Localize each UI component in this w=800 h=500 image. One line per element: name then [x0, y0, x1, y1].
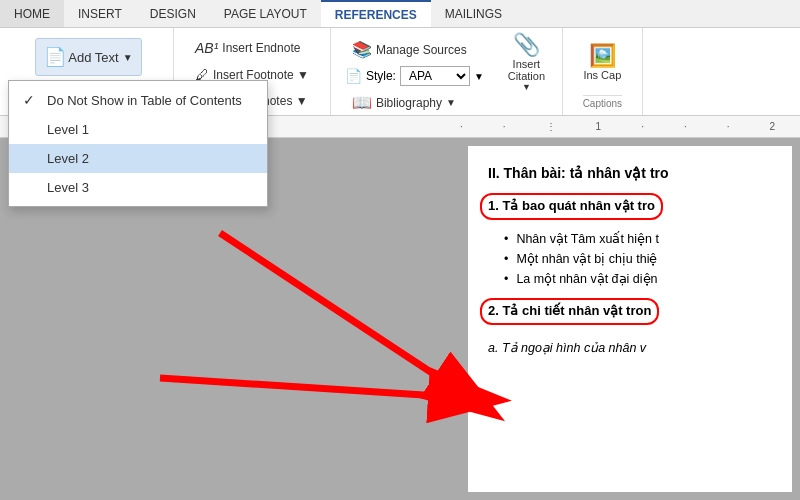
manage-sources-icon: 📚 [352, 40, 372, 59]
add-text-icon: 📄 [44, 46, 66, 68]
bibliography-icon: 📖 [352, 93, 372, 112]
doc-subheading1: 1. Tả bao quát nhân vật tro [488, 196, 655, 217]
captions-items: 🖼️ Ins Cap [572, 32, 632, 95]
citations-group: 📚 Manage Sources 📄 Style: APA MLA Chicag… [331, 28, 563, 115]
captions-group: 🖼️ Ins Cap Captions [563, 28, 643, 115]
doc-bullet3: La một nhân vật đại diện [504, 269, 772, 289]
ribbon-tabs: HOME INSERT DESIGN PAGE LAYOUT REFERENCE… [0, 0, 800, 28]
tab-design[interactable]: DESIGN [136, 0, 210, 27]
circle-decoration1 [480, 193, 663, 220]
level3-label: Level 3 [47, 180, 89, 195]
style-row: 📄 Style: APA MLA Chicago ▼ [345, 66, 484, 86]
tab-mailings[interactable]: MAILINGS [431, 0, 516, 27]
add-text-chevron: ▼ [123, 52, 133, 63]
dropdown-level1[interactable]: Level 1 [9, 115, 267, 144]
right-panel: II. Thân bài: tả nhân vật tro 1. Tả bao … [460, 138, 800, 500]
doc-bullet1: Nhân vật Tâm xuất hiện t [504, 229, 772, 249]
insert-caption-button[interactable]: 🖼️ Ins Cap [572, 32, 632, 92]
citation-chevron: ▼ [522, 82, 531, 92]
dropdown-level2[interactable]: Level 2 [9, 144, 267, 173]
tab-references[interactable]: REFERENCES [321, 0, 431, 27]
dropdown-do-not-show[interactable]: ✓ Do Not Show in Table of Contents [9, 85, 267, 115]
tab-home[interactable]: HOME [0, 0, 64, 27]
dropdown-level3[interactable]: Level 3 [9, 173, 267, 202]
captions-group-label: Captions [583, 95, 622, 111]
add-text-dropdown: ✓ Do Not Show in Table of Contents Level… [8, 80, 268, 207]
style-icon: 📄 [345, 68, 362, 84]
style-chevron: ▼ [474, 71, 484, 82]
toc-group: 📄 Add Text ▼ Table of Contents ✓ Do Not … [4, 28, 174, 115]
do-not-show-label: Do Not Show in Table of Contents [47, 93, 242, 108]
caption-icon: 🖼️ [589, 43, 616, 69]
bibliography-label: Bibliography [376, 96, 442, 110]
bibliography-button[interactable]: 📖 Bibliography ▼ [345, 89, 484, 116]
doc-heading: II. Thân bài: tả nhân vật tro [488, 162, 772, 184]
style-label: Style: [366, 69, 396, 83]
doc-subheading2: 2. Tả chi tiết nhân vật tron [488, 301, 651, 322]
doc-bullet2: Một nhân vật bị chịu thiệ [504, 249, 772, 269]
citations-col: 📚 Manage Sources 📄 Style: APA MLA Chicag… [339, 32, 490, 120]
ruler-marks: · · ⋮ 1 · · · 2 [460, 121, 775, 132]
add-text-label: Add Text [68, 50, 118, 65]
tab-page-layout[interactable]: PAGE LAYOUT [210, 0, 321, 27]
style-select[interactable]: APA MLA Chicago [400, 66, 470, 86]
insert-citation-icon: 📎 [513, 32, 540, 58]
insert-endnote-button[interactable]: AB¹ Insert Endnote [188, 36, 316, 60]
circle-decoration2 [480, 298, 659, 325]
ribbon-body: 📄 Add Text ▼ Table of Contents ✓ Do Not … [0, 28, 800, 116]
level1-label: Level 1 [47, 122, 89, 137]
ins-cap-label: Ins Cap [583, 69, 621, 81]
manage-sources-label: Manage Sources [376, 43, 467, 57]
doc-italic1: a. Tả ngoại hình của nhân v [488, 338, 772, 358]
check-icon: ✓ [23, 92, 39, 108]
tab-insert[interactable]: INSERT [64, 0, 136, 27]
insert-label: Insert [513, 58, 541, 70]
manage-sources-button[interactable]: 📚 Manage Sources [345, 36, 484, 63]
level2-label: Level 2 [47, 151, 89, 166]
insert-citation-button[interactable]: 📎 Insert Citation ▼ [499, 32, 554, 92]
citations-items: 📚 Manage Sources 📄 Style: APA MLA Chicag… [339, 32, 554, 120]
endnote-label: Insert Endnote [222, 41, 300, 55]
add-text-button[interactable]: 📄 Add Text ▼ [35, 38, 141, 76]
endnote-icon: AB¹ [195, 40, 218, 56]
document-page: II. Thân bài: tả nhân vật tro 1. Tả bao … [468, 146, 792, 492]
citation-label: Citation [508, 70, 545, 82]
bibliography-chevron: ▼ [446, 97, 456, 108]
